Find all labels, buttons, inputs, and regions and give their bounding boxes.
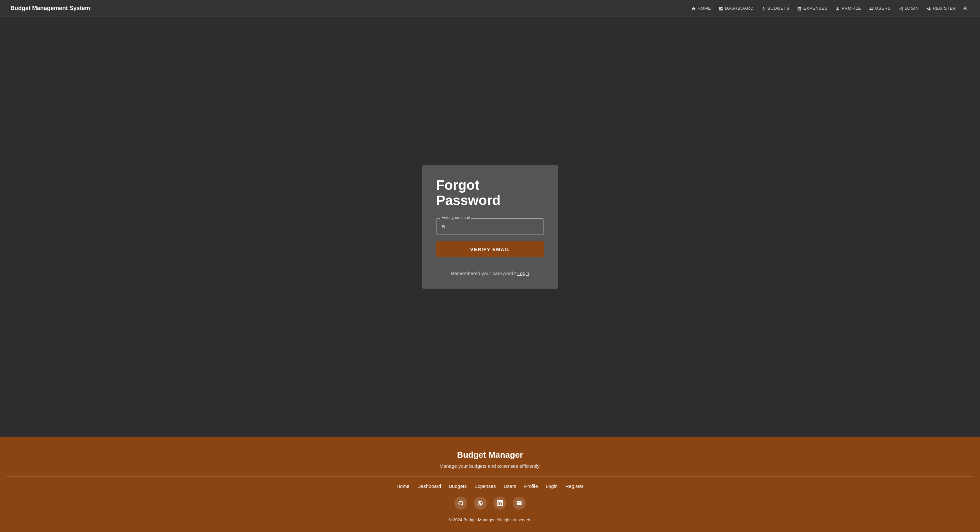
home-icon bbox=[691, 5, 696, 11]
footer-tagline: Manage your budgets and expenses efficie… bbox=[6, 463, 974, 469]
footer-social-icons bbox=[6, 497, 974, 510]
footer-link-login[interactable]: Login bbox=[546, 483, 558, 489]
footer-divider bbox=[6, 476, 974, 477]
login-icon bbox=[899, 5, 903, 11]
footer-brand: Budget Manager bbox=[6, 450, 974, 460]
login-prompt: Remembered your password? Login bbox=[436, 271, 544, 276]
nav-item-expenses[interactable]: EXPENSES bbox=[794, 3, 831, 13]
globe-icon bbox=[477, 500, 483, 506]
nav-links: HOME DASHBOARD BUDGETS EXPENSES PROFILE bbox=[688, 3, 970, 14]
nav-item-home[interactable]: HOME bbox=[688, 3, 714, 13]
person-icon bbox=[835, 5, 840, 11]
globe-icon-button[interactable] bbox=[474, 497, 487, 510]
footer-copyright: © 2024 Budget Manager. All rights reserv… bbox=[6, 518, 974, 522]
github-icon-button[interactable] bbox=[454, 497, 467, 510]
nav-item-login[interactable]: LOGIN bbox=[896, 3, 922, 13]
nav-item-profile[interactable]: PROFILE bbox=[832, 3, 864, 13]
login-link[interactable]: Login bbox=[517, 271, 529, 276]
navbar: Budget Management System HOME DASHBOARD … bbox=[0, 0, 980, 17]
divider bbox=[436, 264, 544, 264]
email-icon-button[interactable] bbox=[513, 497, 526, 510]
footer-link-register[interactable]: Register bbox=[565, 483, 583, 489]
email-field-group: Enter your email bbox=[436, 218, 544, 235]
nav-brand: Budget Management System bbox=[10, 5, 90, 12]
main-content: Forgot Password Enter your email VERIFY … bbox=[0, 17, 980, 437]
group-icon bbox=[869, 5, 873, 11]
footer-link-profile[interactable]: Profile bbox=[524, 483, 538, 489]
footer: Budget Manager Manage your budgets and e… bbox=[0, 437, 980, 532]
receipt-icon bbox=[797, 5, 802, 11]
card-title: Forgot Password bbox=[436, 178, 544, 208]
email-label: Enter your email bbox=[440, 215, 471, 220]
nav-item-users[interactable]: USERS bbox=[866, 3, 894, 13]
nav-item-register[interactable]: REGISTER bbox=[923, 3, 959, 13]
email-input[interactable] bbox=[436, 218, 544, 235]
footer-link-users[interactable]: Users bbox=[504, 483, 516, 489]
forgot-password-card: Forgot Password Enter your email VERIFY … bbox=[422, 165, 558, 289]
verify-email-button[interactable]: VERIFY EMAIL bbox=[436, 241, 544, 257]
nav-item-dashboard[interactable]: DASHBOARD bbox=[715, 3, 757, 13]
nav-item-budgets[interactable]: BUDGETS bbox=[758, 3, 792, 13]
dashboard-icon bbox=[719, 5, 723, 11]
dollar-icon bbox=[761, 5, 766, 11]
linkedin-icon bbox=[497, 500, 503, 506]
footer-link-dashboard[interactable]: Dashboard bbox=[417, 483, 441, 489]
footer-links: Home Dashboard Budgets Expenses Users Pr… bbox=[6, 483, 974, 489]
register-icon bbox=[926, 5, 931, 11]
theme-toggle-button[interactable]: ☀ bbox=[961, 3, 970, 14]
footer-link-home[interactable]: Home bbox=[397, 483, 410, 489]
footer-link-budgets[interactable]: Budgets bbox=[449, 483, 467, 489]
linkedin-icon-button[interactable] bbox=[493, 497, 506, 510]
footer-link-expenses[interactable]: Expenses bbox=[474, 483, 496, 489]
email-icon bbox=[516, 500, 522, 506]
github-icon bbox=[458, 500, 464, 506]
